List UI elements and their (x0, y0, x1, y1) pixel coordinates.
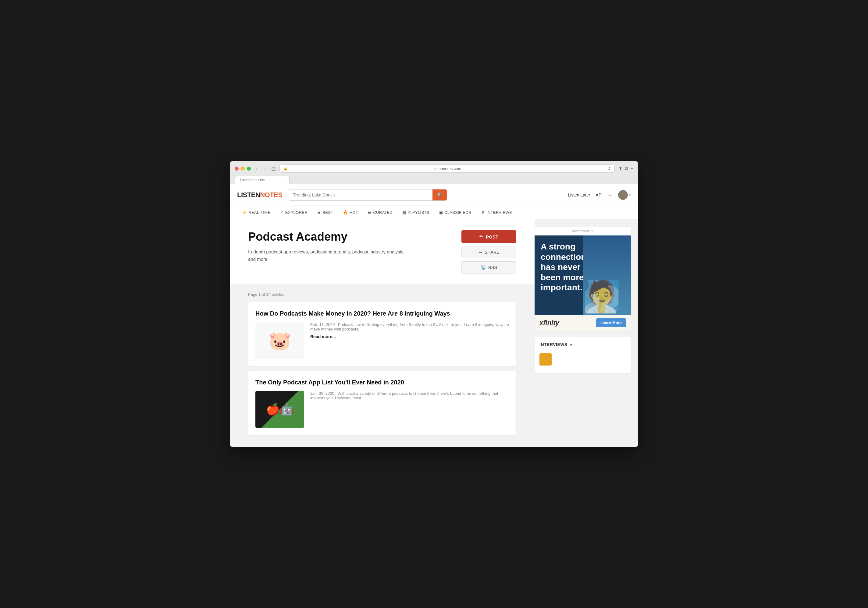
read-more-link[interactable]: Read more... (310, 334, 336, 339)
playlists-icon: ▦ (402, 210, 406, 215)
new-tab-button[interactable]: + (631, 166, 633, 172)
app-icons: 🍎🤖 (266, 403, 293, 416)
close-button[interactable] (235, 167, 239, 170)
page-title: Podcast Academy (248, 230, 449, 243)
user-avatar-wrapper[interactable]: ▾ (618, 190, 631, 200)
article-title[interactable]: How Do Podcasts Make Money in 2020? Here… (256, 309, 509, 317)
page-info: Page 1 of 14 articles (248, 292, 516, 297)
article-card: How Do Podcasts Make Money in 2020? Here… (248, 302, 516, 366)
nav-realtime-label: REAL-TIME (248, 210, 270, 215)
article-2-date: Jan. 30, 2020 · With such a variety of d… (310, 391, 509, 400)
ad-cta-button[interactable]: Learn More (596, 318, 626, 327)
share-icon[interactable]: ⬆ (618, 166, 622, 172)
article-excerpt-text: Podcasts are infiltrating everything fro… (310, 322, 509, 331)
forward-button[interactable]: › (263, 166, 267, 172)
article-date: Feb. 13, 2020 · Podcasts are infiltratin… (310, 322, 509, 331)
explorer-icon: ✓ (280, 210, 284, 215)
article-body: 🐷 Feb. 13, 2020 · Podcasts are infiltrat… (256, 322, 509, 359)
post-button[interactable]: ✏ POST (462, 230, 516, 243)
search-input[interactable] (289, 189, 432, 200)
article-2-excerpt-text: With such a variety of different podcast… (310, 391, 498, 400)
search-container: 🔍 (288, 189, 447, 201)
nav-realtime[interactable]: ⚡ REAL-TIME (237, 206, 275, 219)
nav-playlists[interactable]: ▦ PLAYLISTS (397, 206, 434, 219)
nav-explorer-label: EXPLORER (285, 210, 307, 215)
active-tab[interactable]: listennotes.com (235, 176, 290, 184)
back-button[interactable]: ‹ (254, 166, 259, 172)
traffic-lights (235, 167, 251, 170)
interview-item-1[interactable] (539, 351, 626, 368)
nav-curated-label: CURATED (373, 210, 392, 215)
nav-classifieds[interactable]: ▣ CLASSIFIEDS (434, 206, 476, 219)
nav-playlists-label: PLAYLISTS (408, 210, 429, 215)
browser-window: ‹ › ⊡ 🔒 listennotes.com ↺ ⬆ ⧉ + listenno… (230, 161, 638, 447)
lock-icon: 🔒 (284, 167, 288, 170)
article-2-separator: · (335, 391, 337, 396)
search-button[interactable]: 🔍 (432, 189, 447, 200)
interviews-more-icon[interactable]: » (569, 342, 572, 347)
browser-chrome: ‹ › ⊡ 🔒 listennotes.com ↺ ⬆ ⧉ + listenno… (230, 161, 638, 184)
browser-toolbar-right: ⬆ ⧉ + (618, 166, 633, 172)
ad-image: 🧖 (583, 235, 631, 315)
rss-label: RSS (488, 265, 497, 270)
ad-content: i ✕ A strong connection has never been m… (535, 235, 631, 315)
nav-explorer[interactable]: ✓ EXPLORER (275, 206, 312, 219)
logo-notes: NOTES (260, 191, 282, 199)
article-separator: · (336, 322, 338, 327)
site-logo[interactable]: LISTENNOTES (237, 191, 282, 199)
hero-text: Podcast Academy In-depth podcast app rev… (248, 230, 449, 263)
article-date-text: Feb. 13, 2020 (310, 322, 335, 327)
article-card-2: The Only Podcast App List You'll Ever Ne… (248, 371, 516, 435)
main-layout: Podcast Academy In-depth podcast app rev… (230, 219, 638, 447)
hero-actions: ✏ POST ↪ SHARE 📡 RSS (462, 230, 516, 274)
article-2-thumbnail: 🍎🤖 (256, 391, 304, 428)
rss-button[interactable]: 📡 RSS (462, 261, 516, 274)
nav-interviews[interactable]: 🎙 INTERVIEWS (476, 206, 517, 219)
minimize-button[interactable] (241, 167, 245, 170)
maximize-button[interactable] (247, 167, 251, 170)
interviews-header: INTERVIEWS » (539, 342, 626, 347)
best-icon: ★ (317, 210, 321, 215)
curated-icon: ☰ (368, 210, 372, 215)
ad-brand: xfinity (539, 319, 559, 327)
site-content: LISTENNOTES 🔍 Listen Later API ··· ▾ (230, 184, 638, 447)
article-text: Feb. 13, 2020 · Podcasts are infiltratin… (310, 322, 509, 359)
article-thumbnail: 🐷 (256, 322, 304, 359)
listen-later-link[interactable]: Listen Later (568, 192, 590, 197)
hot-icon: 🔥 (343, 210, 348, 215)
share-button[interactable]: ↪ SHARE (462, 246, 516, 258)
ad-label: Advertisement (535, 227, 631, 235)
nav-interviews-label: INTERVIEWS (487, 210, 512, 215)
refresh-icon[interactable]: ↺ (608, 166, 611, 171)
advertisement-container: Advertisement i ✕ A strong connection ha… (535, 227, 631, 331)
articles-section: Page 1 of 14 articles How Do Podcasts Ma… (230, 285, 535, 447)
header-right: Listen Later API ··· ▾ (568, 190, 631, 200)
article-2-body: 🍎🤖 Jan. 30, 2020 · With such a variety o… (256, 391, 509, 428)
interview-thumbnail-1 (539, 353, 552, 365)
logo-listen: LISTEN (237, 191, 260, 199)
realtime-icon: ⚡ (242, 210, 247, 215)
interviews-section: INTERVIEWS » (535, 337, 631, 373)
address-bar[interactable]: 🔒 listennotes.com ↺ (279, 164, 615, 173)
classifieds-icon: ▣ (439, 210, 443, 215)
nav-curated[interactable]: ☰ CURATED (363, 206, 397, 219)
person-silhouette: 🧖 (583, 279, 621, 315)
nav-best-label: BEST (322, 210, 333, 215)
ad-footer: xfinity Learn More (535, 315, 631, 331)
nav-best[interactable]: ★ BEST (312, 206, 338, 219)
interviews-icon: 🎙 (481, 210, 485, 215)
nav-hot[interactable]: 🔥 HOT (338, 206, 363, 219)
tab-management-icon[interactable]: ⧉ (625, 166, 628, 172)
main-content: Podcast Academy In-depth podcast app rev… (230, 219, 535, 447)
article-2-title[interactable]: The Only Podcast App List You'll Ever Ne… (256, 378, 509, 386)
sidebar-toggle-button[interactable]: ⊡ (271, 166, 276, 172)
sidebar: Advertisement i ✕ A strong connection ha… (535, 219, 638, 447)
site-nav: ⚡ REAL-TIME ✓ EXPLORER ★ BEST 🔥 HOT ☰ CU… (230, 206, 638, 219)
hero-section: Podcast Academy In-depth podcast app rev… (230, 219, 535, 285)
api-link[interactable]: API (595, 192, 603, 197)
nav-classifieds-label: CLASSIFIEDS (444, 210, 471, 215)
edit-icon: ✏ (479, 234, 484, 240)
share-label: SHARE (485, 250, 499, 255)
browser-tabs: listennotes.com (235, 176, 633, 184)
more-options-button[interactable]: ··· (608, 192, 612, 198)
